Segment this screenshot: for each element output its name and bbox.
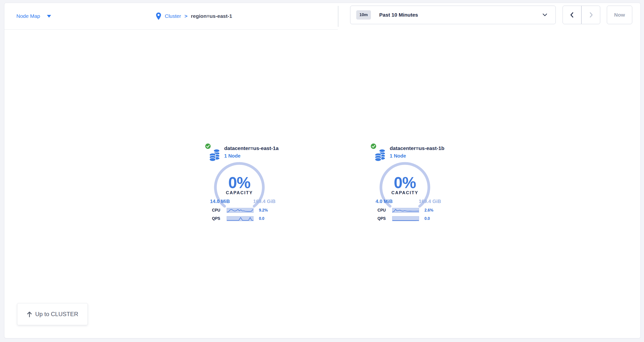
cpu-metric-row: CPU 2.6% <box>378 207 446 213</box>
caret-down-icon <box>47 15 51 17</box>
time-range-label: Past 10 Minutes <box>379 12 418 18</box>
qps-value: 0.0 <box>259 216 264 221</box>
time-range-badge: 10m <box>356 10 371 19</box>
header: Node Map Cluster > region=us-east-1 10m … <box>4 3 640 29</box>
breadcrumb-current: region=us-east-1 <box>191 13 232 19</box>
qps-metric-row: QPS 0.0 <box>212 216 280 222</box>
capacity-total: 169.4 GiB <box>419 199 441 204</box>
view-selector-dropdown[interactable]: Node Map <box>16 3 51 29</box>
capacity-percent: 0% <box>212 174 266 192</box>
cpu-label: CPU <box>378 208 392 213</box>
datacenter-icon <box>374 148 386 161</box>
datacenter-title: datacenter=us-east-1b <box>390 145 444 151</box>
time-prev-button[interactable] <box>562 5 582 24</box>
qps-metric-row: QPS 0.0 <box>378 216 446 222</box>
qps-label: QPS <box>212 216 227 221</box>
cpu-label: CPU <box>212 208 227 213</box>
datacenter-card-us-east-1b[interactable]: datacenter=us-east-1b 1 Node 0% CAPACITY… <box>368 142 456 226</box>
capacity-used: 14.0 MiB <box>210 199 230 204</box>
node-map-page: Node Map Cluster > region=us-east-1 10m … <box>0 0 644 342</box>
cpu-metric-row: CPU 9.2% <box>212 207 280 213</box>
capacity-caption: CAPACITY <box>212 190 266 195</box>
breadcrumb-separator: > <box>184 13 188 19</box>
cpu-value: 2.6% <box>424 208 433 213</box>
time-nav-group <box>562 5 600 24</box>
datacenter-icon <box>209 148 220 161</box>
qps-value: 0.0 <box>424 216 430 221</box>
breadcrumb: Cluster > region=us-east-1 <box>156 3 232 29</box>
capacity-percent: 0% <box>378 174 432 192</box>
capacity-caption: CAPACITY <box>378 190 432 195</box>
header-divider <box>338 6 338 27</box>
capacity-total: 169.4 GiB <box>253 199 276 204</box>
up-to-cluster-label: Up to CLUSTER <box>35 311 78 318</box>
cpu-sparkline <box>227 208 254 213</box>
capacity-used: 4.0 MiB <box>376 199 393 204</box>
cpu-sparkline <box>392 208 419 213</box>
cpu-value: 9.2% <box>259 208 268 213</box>
main-panel: Node Map Cluster > region=us-east-1 10m … <box>4 3 640 338</box>
view-selector-label: Node Map <box>16 13 40 19</box>
datacenter-node-count: 1 Node <box>224 153 240 159</box>
datacenter-card-us-east-1a[interactable]: datacenter=us-east-1a 1 Node 0% CAPACITY… <box>203 142 291 226</box>
time-next-button[interactable] <box>582 5 600 24</box>
breadcrumb-cluster-link[interactable]: Cluster <box>165 13 181 19</box>
chevron-right-icon <box>588 12 594 18</box>
arrow-up-icon <box>27 311 32 317</box>
capacity-usage-row: 14.0 MiB 169.4 GiB <box>210 199 276 204</box>
datacenter-title: datacenter=us-east-1a <box>224 145 278 151</box>
qps-label: QPS <box>378 216 392 221</box>
capacity-usage-row: 4.0 MiB 169.4 GiB <box>376 199 441 204</box>
qps-sparkline <box>227 216 254 221</box>
up-to-cluster-button[interactable]: Up to CLUSTER <box>17 303 88 325</box>
datacenter-node-count: 1 Node <box>390 153 406 159</box>
header-bottom-border <box>4 29 338 29</box>
time-range-picker[interactable]: 10m Past 10 Minutes <box>350 5 556 24</box>
qps-sparkline <box>392 216 419 221</box>
chevron-left-icon <box>569 12 575 18</box>
now-button[interactable]: Now <box>607 5 632 24</box>
location-pin-icon <box>156 12 161 20</box>
chevron-down-icon <box>542 13 547 16</box>
